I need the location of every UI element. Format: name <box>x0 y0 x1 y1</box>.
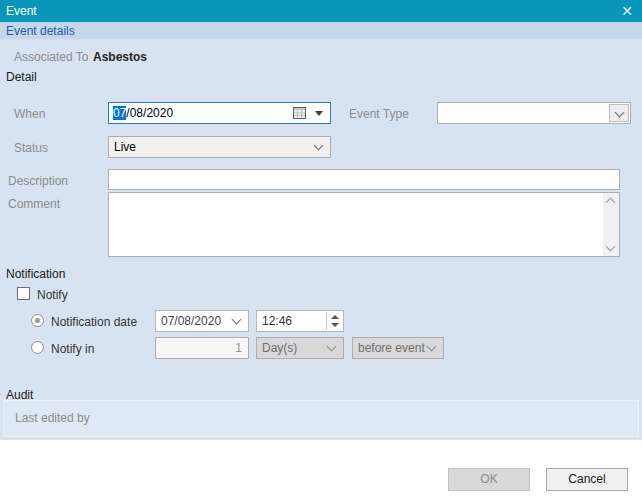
associated-to-label: Associated To <box>14 50 89 64</box>
event-type-dropdown-button[interactable] <box>609 104 629 122</box>
calendar-icon[interactable] <box>293 107 306 122</box>
scroll-down-icon[interactable] <box>606 242 616 252</box>
notify-in-unit-value: Day(s) <box>262 341 297 355</box>
notification-date-value: 07/08/2020 <box>161 314 221 328</box>
scroll-up-icon[interactable] <box>606 198 616 208</box>
comment-scrollbar[interactable] <box>603 193 619 256</box>
status-select[interactable]: Live <box>108 136 331 158</box>
event-dialog: Event ✕ Event details Associated To Asbe… <box>0 0 642 501</box>
status-label: Status <box>14 141 48 155</box>
status-value: Live <box>114 140 136 154</box>
when-date-rest: /08/2020 <box>126 106 173 120</box>
window-title: Event <box>6 4 37 18</box>
notification-date-label: Notification date <box>51 315 137 329</box>
chevron-down-icon <box>327 342 337 352</box>
title-bar: Event ✕ <box>0 0 642 22</box>
section-detail: Detail <box>6 70 37 84</box>
spin-down-icon[interactable] <box>331 323 339 327</box>
last-edited-by-label: Last edited by <box>15 411 90 425</box>
notification-date-radio[interactable] <box>31 314 44 327</box>
event-type-label: Event Type <box>349 107 409 121</box>
when-date-field[interactable]: 07/08/2020 <box>108 102 331 124</box>
when-date-selected-segment: 07 <box>113 106 126 120</box>
notify-label: Notify <box>37 288 68 302</box>
cancel-button[interactable]: Cancel <box>546 468 628 491</box>
notification-time-spinner[interactable]: 12:46 <box>256 310 344 332</box>
dialog-footer: OK Cancel <box>0 440 642 501</box>
dialog-subtitle: Event details <box>0 22 642 40</box>
notify-in-amount-value: 1 <box>235 341 242 355</box>
description-input[interactable] <box>108 169 620 190</box>
notify-in-unit-select[interactable]: Day(s) <box>256 337 344 359</box>
associated-to-value: Asbestos <box>93 50 147 64</box>
notify-in-relation-value: before event <box>358 341 425 355</box>
comment-textarea[interactable] <box>108 192 620 257</box>
when-date-value: 07/08/2020 <box>113 106 173 120</box>
notify-in-label: Notify in <box>51 342 94 356</box>
chevron-down-icon <box>232 315 242 325</box>
description-label: Description <box>8 174 68 188</box>
notification-time-value: 12:46 <box>262 314 292 328</box>
chevron-down-icon <box>427 342 437 352</box>
chevron-down-icon <box>615 108 625 118</box>
comment-label: Comment <box>8 197 60 211</box>
dialog-body: Associated To Asbestos Detail When 07/08… <box>0 40 642 440</box>
notify-in-relation-select[interactable]: before event <box>352 337 444 359</box>
event-type-select[interactable] <box>437 102 631 124</box>
chevron-down-icon <box>314 141 324 151</box>
when-label: When <box>14 107 45 121</box>
notify-in-radio[interactable] <box>31 341 44 354</box>
notification-date-select[interactable]: 07/08/2020 <box>155 310 249 332</box>
spin-up-icon[interactable] <box>331 315 339 319</box>
notify-in-amount-input[interactable]: 1 <box>155 337 249 359</box>
ok-button[interactable]: OK <box>448 468 530 491</box>
audit-panel: Last edited by <box>3 400 639 437</box>
when-dropdown-arrow-icon[interactable] <box>315 111 323 116</box>
close-icon[interactable]: ✕ <box>621 3 633 19</box>
time-spin-buttons[interactable] <box>326 312 342 330</box>
notify-checkbox[interactable] <box>17 287 30 300</box>
section-notification: Notification <box>6 267 65 281</box>
